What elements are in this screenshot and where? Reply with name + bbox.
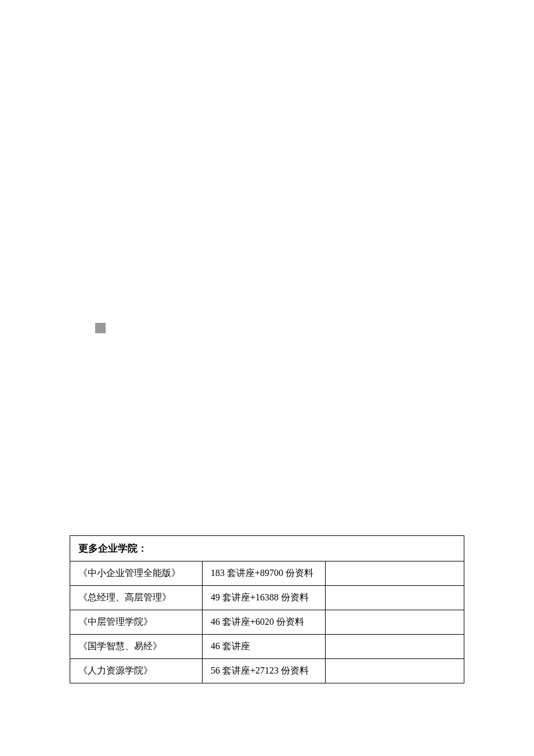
table-header: 更多企业学院： bbox=[70, 536, 464, 561]
table-row: 《中小企业管理全能版》 183 套讲座+89700 份资料 bbox=[70, 561, 464, 586]
course-content-cell: 49 套讲座+16388 份资料 bbox=[203, 586, 326, 610]
table-row: 《国学智慧、易经》 46 套讲座 bbox=[70, 635, 464, 659]
course-content-cell: 183 套讲座+89700 份资料 bbox=[203, 561, 326, 585]
decorative-square bbox=[95, 323, 106, 333]
course-name-cell: 《中层管理学院》 bbox=[70, 610, 203, 634]
table-row: 《总经理、高层管理》 49 套讲座+16388 份资料 bbox=[70, 586, 464, 610]
course-name-cell: 《总经理、高层管理》 bbox=[70, 586, 203, 610]
course-name-cell: 《国学智慧、易经》 bbox=[70, 635, 203, 658]
course-content-cell: 46 套讲座 bbox=[203, 635, 326, 658]
course-name-cell: 《人力资源学院》 bbox=[70, 659, 203, 683]
course-content-cell: 56 套讲座+27123 份资料 bbox=[203, 659, 326, 683]
document-page: 更多企业学院： 《中小企业管理全能版》 183 套讲座+89700 份资料 《总… bbox=[0, 0, 534, 756]
courses-table: 更多企业学院： 《中小企业管理全能版》 183 套讲座+89700 份资料 《总… bbox=[70, 535, 464, 683]
course-content-cell: 46 套讲座+6020 份资料 bbox=[203, 610, 326, 634]
course-name-cell: 《中小企业管理全能版》 bbox=[70, 561, 203, 585]
course-extra-cell bbox=[326, 659, 464, 683]
course-extra-cell bbox=[326, 610, 464, 634]
table-row: 《中层管理学院》 46 套讲座+6020 份资料 bbox=[70, 610, 464, 635]
course-extra-cell bbox=[326, 561, 464, 585]
course-extra-cell bbox=[326, 586, 464, 610]
course-extra-cell bbox=[326, 635, 464, 658]
table-row: 《人力资源学院》 56 套讲座+27123 份资料 bbox=[70, 659, 464, 683]
